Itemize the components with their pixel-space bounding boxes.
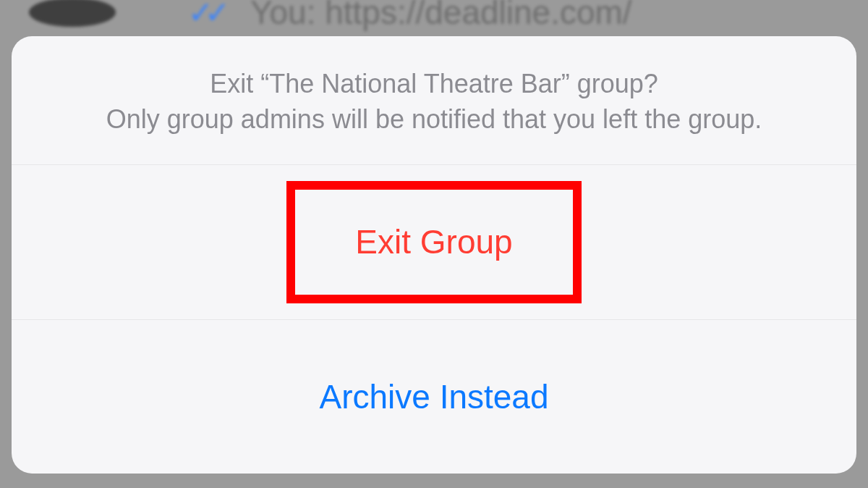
dialog-subtitle-line: Only group admins will be notified that … <box>55 102 813 138</box>
message-preview-text: You: https://deadline.com/ <box>250 0 632 32</box>
action-sheet: Exit “The National Theatre Bar” group? O… <box>12 36 856 474</box>
exit-group-label: Exit Group <box>355 222 512 261</box>
exit-group-button[interactable]: Exit Group <box>12 165 856 319</box>
background-chat-preview: ✓✓ You: https://deadline.com/ <box>0 0 868 32</box>
avatar <box>29 0 116 27</box>
dialog-message: Exit “The National Theatre Bar” group? O… <box>12 36 856 165</box>
archive-instead-label: Archive Instead <box>319 377 548 416</box>
dialog-title-line: Exit “The National Theatre Bar” group? <box>55 67 813 102</box>
read-receipt-icon: ✓✓ <box>188 0 221 30</box>
archive-instead-button[interactable]: Archive Instead <box>12 319 856 474</box>
